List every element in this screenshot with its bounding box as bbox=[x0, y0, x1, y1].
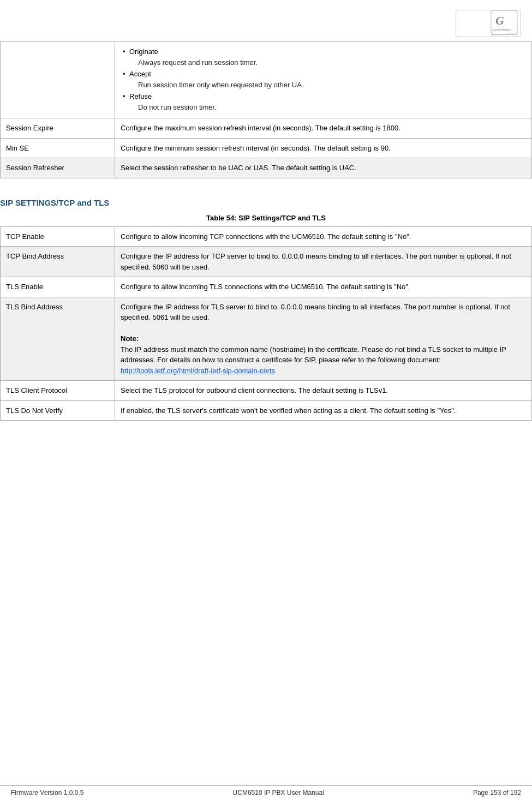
footer: Firmware Version 1.0.0.5 UCM6510 IP PBX … bbox=[0, 785, 532, 797]
svg-text:Innovative IP Voice & Video: Innovative IP Voice & Video bbox=[491, 33, 518, 35]
desc-tls-client-protocol: Select the TLS protocol for outbound cli… bbox=[115, 381, 532, 401]
table-row-session-refresher: Session Refresher Select the session ref… bbox=[1, 158, 532, 178]
footer-product: UCM6510 IP PBX User Manual bbox=[233, 789, 324, 797]
svg-text:randstream: randstream bbox=[492, 28, 512, 32]
page-container: G randstream Innovative IP Voice & Video… bbox=[0, 0, 532, 802]
list-item-refuse: Refuse Do not run session timer. bbox=[121, 91, 526, 112]
bullet-term-refuse: Refuse bbox=[129, 92, 152, 100]
label-cell-bullets bbox=[1, 42, 115, 118]
svg-text:G: G bbox=[495, 14, 504, 27]
logo-area: G randstream Innovative IP Voice & Video bbox=[0, 5, 532, 39]
tls-bind-note-body: The IP address must match the common nam… bbox=[121, 345, 506, 364]
bullet-desc-refuse: Do not run session timer. bbox=[129, 102, 526, 113]
table-row-tls-do-not-verify: TLS Do Not Verify If enabled, the TLS se… bbox=[1, 400, 532, 421]
bullet-desc-accept: Run session timer only when requested by… bbox=[129, 80, 526, 91]
label-session-refresher: Session Refresher bbox=[1, 158, 115, 178]
label-tcp-bind: TCP Bind Address bbox=[1, 247, 115, 277]
label-tcp-enable: TCP Enable bbox=[1, 226, 115, 247]
footer-page: Page 153 of 192 bbox=[473, 789, 521, 797]
bullet-term-accept: Accept bbox=[129, 70, 151, 78]
table-caption: Table 54: SIP Settings/TCP and TLS bbox=[0, 211, 532, 224]
label-tls-enable: TLS Enable bbox=[1, 277, 115, 297]
tls-bind-link[interactable]: http://tools.ietf.org/html/draft-ietf-si… bbox=[121, 367, 275, 375]
section-title: SIP SETTINGS/TCP and TLS bbox=[0, 198, 532, 207]
desc-tcp-bind: Configure the IP address for TCP server … bbox=[115, 247, 532, 277]
list-item-originate: Originate Always request and run session… bbox=[121, 46, 526, 68]
desc-session-expire: Configure the maximum session refresh in… bbox=[115, 118, 532, 139]
tls-bind-main-desc: Configure the IP address for TLS server … bbox=[121, 303, 510, 322]
spacer bbox=[0, 178, 532, 188]
label-session-expire: Session Expire bbox=[1, 118, 115, 139]
desc-session-refresher: Select the session refresher to be UAC o… bbox=[115, 158, 532, 178]
desc-tls-enable: Configure to allow incoming TLS connecti… bbox=[115, 277, 532, 297]
footer-firmware: Firmware Version 1.0.0.5 bbox=[11, 789, 83, 797]
desc-tls-do-not-verify: If enabled, the TLS server's certificate… bbox=[115, 400, 532, 421]
logo-box: G randstream Innovative IP Voice & Video bbox=[456, 10, 521, 37]
section-heading: SIP SETTINGS/TCP and TLS bbox=[0, 188, 532, 211]
sip-settings-table: TCP Enable Configure to allow incoming T… bbox=[0, 226, 532, 421]
desc-tcp-enable: Configure to allow incoming TCP connecti… bbox=[115, 226, 532, 247]
table-row-tls-client-protocol: TLS Client Protocol Select the TLS proto… bbox=[1, 381, 532, 401]
label-tls-bind: TLS Bind Address bbox=[1, 297, 115, 381]
table-row-session-expire: Session Expire Configure the maximum ses… bbox=[1, 118, 532, 139]
tls-bind-note-label: Note: bbox=[121, 334, 139, 343]
desc-tls-bind: Configure the IP address for TLS server … bbox=[115, 297, 532, 381]
bullet-term-originate: Originate bbox=[129, 47, 158, 56]
table-row-tls-enable: TLS Enable Configure to allow incoming T… bbox=[1, 277, 532, 297]
label-tls-client-protocol: TLS Client Protocol bbox=[1, 381, 115, 401]
table-row-tcp-enable: TCP Enable Configure to allow incoming T… bbox=[1, 226, 532, 247]
top-settings-table: Originate Always request and run session… bbox=[0, 41, 532, 178]
desc-cell-bullets: Originate Always request and run session… bbox=[115, 42, 532, 118]
desc-min-se: Configure the minimum session refresh in… bbox=[115, 138, 532, 158]
label-tls-do-not-verify: TLS Do Not Verify bbox=[1, 400, 115, 421]
table-row-tcp-bind: TCP Bind Address Configure the IP addres… bbox=[1, 247, 532, 277]
table-row-bullets: Originate Always request and run session… bbox=[1, 42, 532, 118]
table-row-tls-bind: TLS Bind Address Configure the IP addres… bbox=[1, 297, 532, 381]
bullet-list: Originate Always request and run session… bbox=[121, 46, 526, 112]
bullet-desc-originate: Always request and run session timer. bbox=[129, 57, 526, 68]
table-row-min-se: Min SE Configure the minimum session ref… bbox=[1, 138, 532, 158]
label-min-se: Min SE bbox=[1, 138, 115, 158]
list-item-accept: Accept Run session timer only when reque… bbox=[121, 69, 526, 90]
